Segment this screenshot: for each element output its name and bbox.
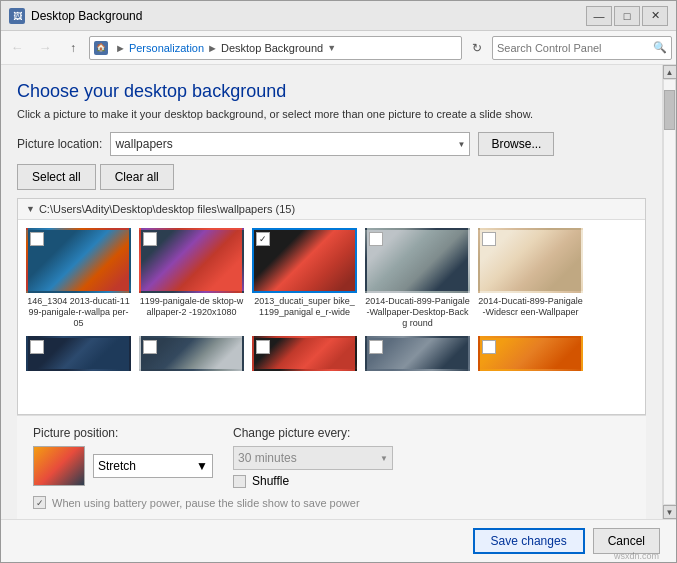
image-thumbnail[interactable] — [252, 336, 357, 371]
scrollbar[interactable]: ▲ ▼ — [662, 65, 676, 519]
desktop-background-window: 🖼 Desktop Background — □ ✕ ← → ↑ 🏠 ► Per… — [0, 0, 677, 563]
search-icon: 🔍 — [653, 41, 667, 54]
breadcrumb-dropdown-arrow[interactable]: ▼ — [327, 43, 336, 53]
list-item[interactable] — [252, 336, 357, 371]
time-dropdown[interactable]: 30 minutes ▼ — [233, 446, 393, 470]
scrollbar-track[interactable] — [663, 79, 676, 505]
clear-all-button[interactable]: Clear all — [100, 164, 174, 190]
title-bar-controls: — □ ✕ — [586, 6, 668, 26]
image-label: 2013_ducati_super bike_1199_panigal e_r-… — [252, 296, 357, 318]
main-content: Choose your desktop background Click a p… — [1, 65, 662, 519]
close-button[interactable]: ✕ — [642, 6, 668, 26]
minimize-button[interactable]: — — [586, 6, 612, 26]
stretch-dropdown-arrow-icon: ▼ — [196, 459, 208, 473]
checkbox[interactable] — [256, 340, 270, 354]
list-item[interactable]: 2014-Ducati-899-Panigale-Wallpaper-Deskt… — [365, 228, 470, 328]
change-picture-section: Change picture every: 30 minutes ▼ Shuff… — [233, 426, 630, 488]
list-item[interactable]: 1199-panigale-de sktop-wallpaper-2 -1920… — [139, 228, 244, 328]
back-button[interactable]: ← — [5, 36, 29, 60]
list-item[interactable] — [139, 336, 244, 371]
checkbox[interactable] — [30, 232, 44, 246]
page-description: Click a picture to make it your desktop … — [17, 108, 646, 120]
image-label: 1199-panigale-de sktop-wallpaper-2 -1920… — [139, 296, 244, 318]
maximize-button[interactable]: □ — [614, 6, 640, 26]
search-box: 🔍 — [492, 36, 672, 60]
title-bar: 🖼 Desktop Background — □ ✕ — [1, 1, 676, 31]
image-label: 2014-Ducati-899-Panigale-Widescr een-Wal… — [478, 296, 583, 318]
picture-location-value: wallpapers — [115, 137, 172, 151]
image-grid: 146_1304 2013-ducati-1199-panigale-r-wal… — [18, 220, 645, 379]
checkbox[interactable] — [369, 340, 383, 354]
image-thumbnail[interactable] — [478, 336, 583, 371]
image-thumbnail[interactable] — [26, 336, 131, 371]
picture-location-label: Picture location: — [17, 137, 102, 151]
navigation-bar: ← → ↑ 🏠 ► Personalization ► Desktop Back… — [1, 31, 676, 65]
forward-button[interactable]: → — [33, 36, 57, 60]
grid-folder-header: ▼ C:\Users\Adity\Desktop\desktop files\w… — [18, 199, 645, 220]
search-input[interactable] — [497, 42, 653, 54]
position-preview — [33, 446, 85, 486]
refresh-button[interactable]: ↻ — [466, 37, 488, 59]
battery-label: When using battery power, pause the slid… — [52, 497, 360, 509]
list-item[interactable] — [26, 336, 131, 371]
image-thumbnail[interactable] — [26, 228, 131, 293]
picture-position-section: Picture position: Stretch ▼ — [33, 426, 213, 486]
breadcrumb-personalization[interactable]: Personalization — [129, 42, 204, 54]
select-clear-row: Select all Clear all — [17, 164, 646, 190]
bottom-section: Picture position: Stretch ▼ Change pictu… — [17, 415, 646, 519]
list-item[interactable] — [365, 336, 470, 371]
checkbox[interactable] — [482, 232, 496, 246]
checkbox[interactable] — [482, 340, 496, 354]
checkbox[interactable] — [30, 340, 44, 354]
list-item[interactable] — [478, 336, 583, 371]
breadcrumb-current: Desktop Background — [221, 42, 323, 54]
checkbox[interactable] — [143, 232, 157, 246]
content-area: Choose your desktop background Click a p… — [1, 65, 676, 519]
image-thumbnail[interactable] — [478, 228, 583, 293]
folder-path: C:\Users\Adity\Desktop\desktop files\wal… — [39, 203, 295, 215]
position-preview-row: Stretch ▼ — [33, 446, 213, 486]
browse-button[interactable]: Browse... — [478, 132, 554, 156]
breadcrumb-bar: 🏠 ► Personalization ► Desktop Background… — [89, 36, 462, 60]
scrollbar-thumb[interactable] — [664, 90, 675, 130]
image-grid-container: ▼ C:\Users\Adity\Desktop\desktop files\w… — [17, 198, 646, 415]
folder-collapse-icon[interactable]: ▼ — [26, 204, 35, 214]
image-label: 2014-Ducati-899-Panigale-Wallpaper-Deskt… — [365, 296, 470, 328]
image-thumbnail[interactable] — [139, 228, 244, 293]
image-thumbnail[interactable] — [139, 336, 244, 371]
breadcrumb-home-icon: 🏠 — [94, 41, 108, 55]
window-icon: 🖼 — [9, 8, 25, 24]
dropdown-arrow-icon: ▼ — [457, 140, 465, 149]
list-item[interactable]: 146_1304 2013-ducati-1199-panigale-r-wal… — [26, 228, 131, 328]
list-item[interactable]: ✓ 2013_ducati_super bike_1199_panigal e_… — [252, 228, 357, 328]
up-button[interactable]: ↑ — [61, 36, 85, 60]
picture-location-dropdown[interactable]: wallpapers ▼ — [110, 132, 470, 156]
image-thumbnail[interactable] — [365, 228, 470, 293]
shuffle-label: Shuffle — [252, 474, 289, 488]
stretch-dropdown[interactable]: Stretch ▼ — [93, 454, 213, 478]
window-title: Desktop Background — [31, 9, 586, 23]
select-all-button[interactable]: Select all — [17, 164, 96, 190]
stretch-value: Stretch — [98, 459, 136, 473]
bottom-row: Picture position: Stretch ▼ Change pictu… — [33, 426, 630, 488]
change-picture-label: Change picture every: — [233, 426, 630, 440]
time-dropdown-arrow-icon: ▼ — [380, 454, 388, 463]
footer: Save changes Cancel — [1, 519, 676, 562]
shuffle-checkbox[interactable] — [233, 475, 246, 488]
checkbox[interactable] — [143, 340, 157, 354]
image-thumbnail[interactable] — [365, 336, 470, 371]
checkbox[interactable]: ✓ — [256, 232, 270, 246]
image-thumbnail[interactable]: ✓ — [252, 228, 357, 293]
save-changes-button[interactable]: Save changes — [473, 528, 585, 554]
watermark: wsxdn.com — [614, 551, 659, 561]
list-item[interactable]: 2014-Ducati-899-Panigale-Widescr een-Wal… — [478, 228, 583, 328]
picture-location-row: Picture location: wallpapers ▼ Browse... — [17, 132, 646, 156]
scroll-up-arrow[interactable]: ▲ — [663, 65, 677, 79]
time-value: 30 minutes — [238, 451, 297, 465]
battery-checkbox[interactable]: ✓ — [33, 496, 46, 509]
picture-position-label: Picture position: — [33, 426, 213, 440]
image-label: 146_1304 2013-ducati-1199-panigale-r-wal… — [26, 296, 131, 328]
checkbox[interactable] — [369, 232, 383, 246]
battery-row: ✓ When using battery power, pause the sl… — [33, 496, 630, 509]
scroll-down-arrow[interactable]: ▼ — [663, 505, 677, 519]
